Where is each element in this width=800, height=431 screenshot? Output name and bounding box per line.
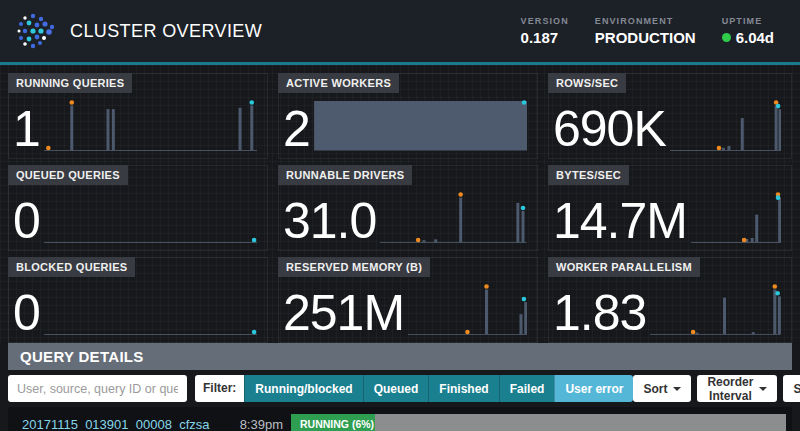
metric-sparkline <box>691 190 781 244</box>
metric-card-label: ROWS/SEC <box>548 73 626 93</box>
metric-card-value: 1.83 <box>553 290 646 336</box>
metric-card-label: BLOCKED QUERIES <box>8 257 135 277</box>
query-toolbar: Filter: Running/blockedQueuedFinishedFai… <box>8 375 792 402</box>
metric-sparkline <box>44 282 257 336</box>
metric-sparkline <box>314 98 527 152</box>
metric-card-value: 2 <box>283 106 310 152</box>
cluster-overview-page: CLUSTER OVERVIEW VERSION0.187ENVIRONMENT… <box>0 0 800 431</box>
metric-sparkline <box>44 98 257 152</box>
metric-card-label: RUNNING QUERIES <box>8 73 132 93</box>
chevron-down-icon <box>759 387 767 391</box>
filter-button-finished[interactable]: Finished <box>428 375 498 402</box>
query-details-section: QUERY DETAILS Filter: Running/blockedQue… <box>8 343 792 402</box>
header-stats: VERSION0.187ENVIRONMENTPRODUCTIONUPTIME6… <box>521 16 774 46</box>
metric-card-worker-parallelism: WORKER PARALLELISM1.83 <box>548 257 792 343</box>
metric-card-label: WORKER PARALLELISM <box>548 257 700 277</box>
metric-card-value: 14.7M <box>553 198 687 244</box>
metric-card-label: BYTES/SEC <box>548 165 629 185</box>
dropdown-button-reorder-interval[interactable]: Reorder Interval <box>697 375 777 402</box>
metric-card-value: 690K <box>553 106 666 152</box>
header-stat-environment: ENVIRONMENTPRODUCTION <box>595 16 696 46</box>
metric-sparkline <box>670 98 781 152</box>
filter-group: Filter: Running/blockedQueuedFinishedFai… <box>195 375 633 402</box>
filter-button-queued[interactable]: Queued <box>363 375 429 402</box>
metric-card-label: QUEUED QUERIES <box>8 165 128 185</box>
uptime-status-dot-icon <box>722 33 731 42</box>
stat-value: 6.04d <box>722 29 774 46</box>
metric-card-running-queries: RUNNING QUERIES1 <box>8 73 268 159</box>
query-details-header: QUERY DETAILS <box>8 343 792 370</box>
search-input[interactable] <box>8 375 187 402</box>
query-row: 20171115_013901_00008_cfzsa 8:39pm RUNNI… <box>8 407 792 431</box>
metric-card-blocked-queries: BLOCKED QUERIES0 <box>8 257 268 343</box>
metric-card-label: ACTIVE WORKERS <box>278 73 399 93</box>
metric-card-label: RUNNABLE DRIVERS <box>278 165 412 185</box>
page-title: CLUSTER OVERVIEW <box>70 21 262 42</box>
header-stat-uptime: UPTIME6.04d <box>722 16 774 46</box>
stat-value: PRODUCTION <box>595 29 696 46</box>
metric-card-reserved-memory-b: RESERVED MEMORY (B)251M <box>278 257 538 343</box>
stat-label: UPTIME <box>722 16 763 26</box>
metric-sparkline <box>408 282 527 336</box>
metric-card-rows-sec: ROWS/SEC690K <box>548 73 792 159</box>
filter-button-running-blocked[interactable]: Running/blocked <box>244 375 362 402</box>
filter-button-failed[interactable]: Failed <box>499 375 555 402</box>
stat-label: ENVIRONMENT <box>595 16 674 26</box>
presto-logo-icon <box>14 11 60 51</box>
metric-card-value: 1 <box>13 106 40 152</box>
dropdown-label: Reorder Interval <box>707 375 753 403</box>
metric-card-value: 0 <box>13 198 40 244</box>
filter-label: Filter: <box>195 375 244 402</box>
dropdown-button-sort[interactable]: Sort <box>633 375 691 402</box>
metric-card-queued-queries: QUEUED QUERIES0 <box>8 165 268 251</box>
metric-card-value: 251M <box>283 290 404 336</box>
metric-card-label: RESERVED MEMORY (B) <box>278 257 430 277</box>
dropdown-label: Show <box>793 382 800 396</box>
query-time: 8:39pm <box>228 417 283 431</box>
metrics-dashboard: RUNNING QUERIES1ACTIVE WORKERS2ROWS/SEC6… <box>0 65 800 343</box>
filter-button-user-error[interactable]: User error <box>554 375 633 402</box>
dropdown-button-show[interactable]: Show <box>783 375 800 402</box>
metric-card-active-workers: ACTIVE WORKERS2 <box>278 73 538 159</box>
header-stat-version: VERSION0.187 <box>521 16 569 46</box>
metric-sparkline <box>650 282 781 336</box>
dropdown-group: SortReorder IntervalShow <box>633 375 800 402</box>
stat-value: 0.187 <box>521 29 559 46</box>
header: CLUSTER OVERVIEW VERSION0.187ENVIRONMENT… <box>0 0 800 62</box>
metrics-grid: RUNNING QUERIES1ACTIVE WORKERS2ROWS/SEC6… <box>8 73 792 343</box>
metric-card-bytes-sec: BYTES/SEC14.7M <box>548 165 792 251</box>
metric-card-runnable-drivers: RUNNABLE DRIVERS31.0 <box>278 165 538 251</box>
metric-card-value: 31.0 <box>283 198 376 244</box>
metric-sparkline <box>44 190 257 244</box>
query-id-link[interactable]: 20171115_013901_00008_cfzsa <box>22 417 228 431</box>
progress-running-segment: RUNNING (6%) <box>291 414 375 431</box>
chevron-down-icon <box>673 387 681 391</box>
dropdown-label: Sort <box>643 382 667 396</box>
stat-label: VERSION <box>521 16 569 26</box>
query-progress-bar: RUNNING (6%) <box>291 414 786 431</box>
metric-card-value: 0 <box>13 290 40 336</box>
metric-sparkline <box>380 190 527 244</box>
